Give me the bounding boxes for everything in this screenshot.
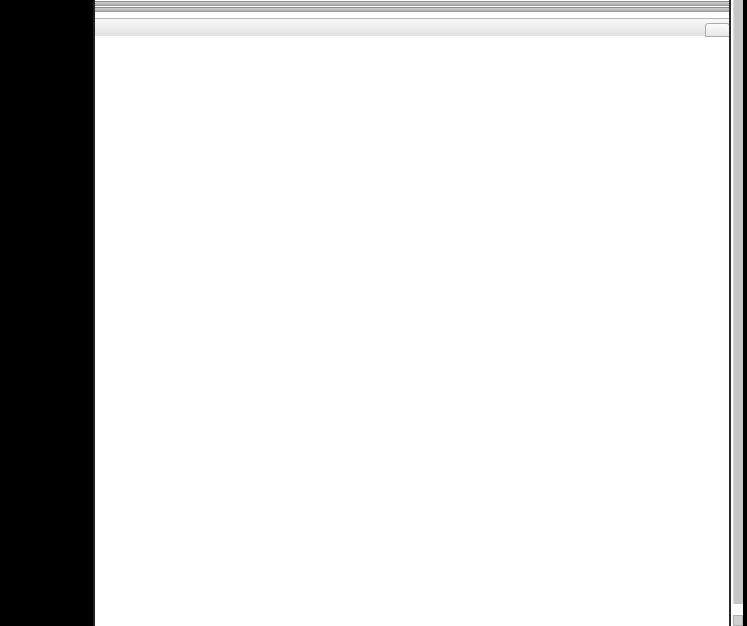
vertical-scrollbar[interactable] [733,0,743,604]
next-section-header-partial[interactable] [95,18,729,36]
attributes-panel [93,0,731,626]
widget-attributes-panel-screenshot [0,0,747,626]
scrollbar-end-cap[interactable] [733,615,743,626]
left-black-margin [0,0,93,626]
collapse-button-partial[interactable] [705,23,730,37]
section-divider [95,1,729,6]
right-black-margin [743,0,747,626]
section-divider [95,7,729,12]
